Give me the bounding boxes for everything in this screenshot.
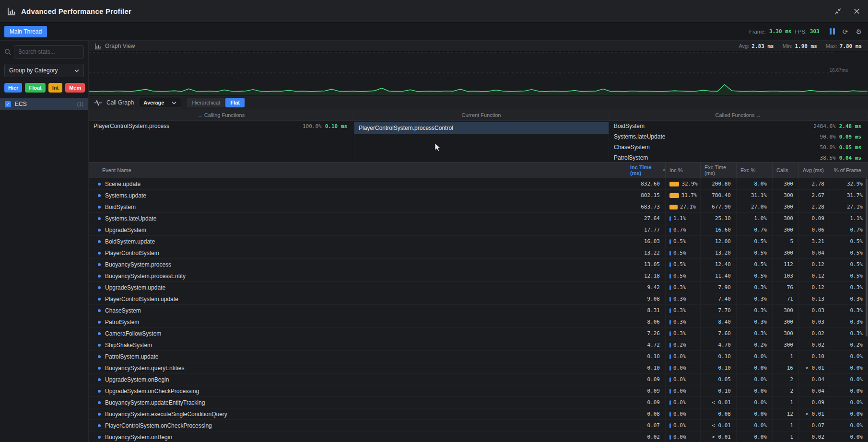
table-row[interactable]: ShipShakeSystem4.720.2%4.700.2%3000.020.…	[89, 339, 868, 351]
inc-percent-value: 0.0%	[673, 411, 686, 417]
filter-chip-hier[interactable]: Hier	[4, 83, 22, 93]
column-header-avg-ms-[interactable]: Avg (ms)	[798, 163, 830, 178]
aggregation-dropdown[interactable]: Average	[139, 98, 181, 107]
table-row[interactable]: Systems.update802.1531.7%780.4031.1%3002…	[89, 190, 868, 201]
column-header-exc-time-ms-[interactable]: Exc Time (ms)	[700, 163, 736, 178]
event-dot-icon	[98, 367, 101, 370]
table-row[interactable]: BuoyancySystem.queryEntities0.100.0%0.10…	[89, 362, 868, 374]
calls-cell: 2	[772, 374, 798, 385]
checkbox-checked-icon[interactable]: ✓	[5, 101, 11, 107]
table-row[interactable]: BuoyancySystem.processEntity12.180.5%11.…	[89, 270, 868, 282]
inc-percent-cell: 0.3%	[665, 328, 700, 339]
table-row[interactable]: PatrolSystem.update0.100.0%0.100.0%10.10…	[89, 351, 868, 362]
inc-percent-bar	[669, 205, 678, 209]
table-row[interactable]: PlayerControlSystem.update9.080.3%7.400.…	[89, 293, 868, 305]
column-header--of-frame[interactable]: % of Frame	[830, 163, 868, 178]
table-row[interactable]: UpgradeSystem.onBegin0.090.0%0.050.0%20.…	[89, 374, 868, 385]
table-row[interactable]: UpgradeSystem17.770.7%16.600.7%3000.060.…	[89, 224, 868, 236]
main-thread-tab[interactable]: Main Thread	[4, 26, 47, 37]
inc-time-cell: 802.15	[626, 190, 665, 201]
event-dot-icon	[98, 286, 101, 289]
category-row-ecs[interactable]: ✓ECS(1)	[0, 98, 88, 110]
frame-percent-cell: 0.3%	[830, 328, 868, 339]
inc-percent-value: 0.0%	[673, 353, 686, 360]
frame-percent-cell: 0.0%	[830, 362, 868, 373]
called-function-row[interactable]: PatrolSystem38.5%0.04 ms	[609, 152, 868, 162]
column-header-inc-time-ms-[interactable]: Inc Time (ms)˅	[626, 163, 665, 178]
inc-percent-value: 0.5%	[673, 250, 686, 256]
table-row[interactable]: UpgradeSystem.update9.420.3%7.900.3%760.…	[89, 282, 868, 293]
calls-cell: 103	[772, 270, 798, 281]
current-function[interactable]: PlayerControlSystem.processControl	[354, 122, 609, 134]
table-row[interactable]: CameraFollowSystem7.260.3%7.600.3%3000.0…	[89, 328, 868, 339]
frame-percent-cell: 32.9%	[830, 178, 868, 189]
filter-chip-int[interactable]: Int	[48, 83, 62, 93]
avg-cell: 0.12	[798, 282, 830, 293]
calls-cell: 300	[772, 339, 798, 350]
table-row[interactable]: PlayerControlSystem13.220.5%13.200.5%300…	[89, 247, 868, 259]
table-row[interactable]: Scene.update832.6032.9%200.808.0%3002.78…	[89, 178, 868, 190]
inc-percent-cell: 0.0%	[665, 351, 700, 362]
inc-percent-cell: 0.0%	[665, 408, 700, 419]
called-function-row[interactable]: Systems.lateUpdate90.0%0.09 ms	[609, 131, 868, 142]
function-time: 0.05 ms	[839, 144, 861, 151]
function-percent: 38.5%	[820, 155, 836, 161]
frame-percent-cell: 0.0%	[830, 374, 868, 385]
function-time: 2.48 ms	[839, 123, 861, 129]
inc-percent-cell: 0.7%	[665, 224, 700, 235]
refresh-icon[interactable]: ⟳	[843, 28, 848, 35]
table-row[interactable]: BoidSystem.update16.030.5%12.000.5%53.21…	[89, 236, 868, 247]
restore-down-icon[interactable]	[834, 8, 842, 15]
view-button-flat[interactable]: Flat	[225, 98, 245, 107]
inc-percent-value: 0.0%	[673, 388, 686, 394]
table-row[interactable]: BuoyancySystem.executeSingleConditionQue…	[89, 408, 868, 420]
close-icon[interactable]	[853, 8, 860, 15]
filter-chip-mem[interactable]: Mem	[65, 83, 85, 93]
exc-percent-cell: 0.0%	[736, 351, 772, 362]
scrollbar-thumb[interactable]	[866, 178, 868, 337]
event-dot-icon	[98, 344, 101, 347]
table-row[interactable]: BuoyancySystem.process13.050.5%12.400.5%…	[89, 259, 868, 270]
avg-cell: 0.03	[798, 316, 830, 327]
exc-percent-cell: 0.3%	[736, 282, 772, 293]
column-header-calls[interactable]: Calls	[772, 163, 798, 178]
inc-percent-cell: 1.1%	[665, 213, 700, 224]
avg-cell: 0.06	[798, 224, 830, 235]
view-button-hierarchical[interactable]: Hierarchical	[187, 98, 224, 107]
column-header-event-name[interactable]: Event Name	[89, 163, 626, 178]
gear-icon[interactable]: ⚙	[856, 28, 862, 35]
inc-percent-cell: 0.5%	[665, 259, 700, 270]
frame-time-graph[interactable]: 16.67ms	[89, 52, 868, 96]
event-dot-icon	[98, 390, 101, 393]
sidebar: Group by Category HierFloatIntMem ✓ECS(1…	[0, 41, 89, 442]
column-header-exc-[interactable]: Exc %	[736, 163, 772, 178]
table-row[interactable]: BoidSystem683.7327.1%677.9027.0%3002.282…	[89, 201, 868, 213]
inc-percent-value: 0.5%	[673, 238, 686, 244]
event-name: BuoyancySystem.executeSingleConditionQue…	[105, 411, 227, 418]
function-name: Systems.lateUpdate	[614, 133, 820, 140]
event-name: UpgradeSystem	[105, 227, 146, 233]
search-input[interactable]	[14, 45, 84, 58]
exc-time-cell: 4.70	[700, 339, 736, 350]
group-by-dropdown[interactable]: Group by Category	[4, 64, 84, 77]
filter-chip-float[interactable]: Float	[25, 83, 45, 93]
table-row[interactable]: BuoyancySystem.onBegin0.020.0%< 0.010.0%…	[89, 431, 868, 442]
table-row[interactable]: Systems.lateUpdate27.641.1%25.101.0%3000…	[89, 213, 868, 224]
group-by-value: Group by Category	[9, 67, 58, 74]
inc-percent-value: 0.3%	[673, 330, 686, 337]
table-row[interactable]: UpgradeSystem.onCheckProcessing0.090.0%0…	[89, 385, 868, 397]
avg-cell: < 0.01	[798, 362, 830, 373]
called-function-row[interactable]: BoidSystem2484.6%2.48 ms	[609, 121, 868, 131]
table-row[interactable]: PatrolSystem8.060.3%8.400.3%3000.030.3%	[89, 316, 868, 328]
table-row[interactable]: BuoyancySystem.updateEntityTracking0.090…	[89, 397, 868, 408]
pause-icon[interactable]	[830, 28, 835, 35]
column-header-inc-[interactable]: Inc %	[665, 163, 700, 178]
table-row[interactable]: ChaseSystem8.310.3%7.700.3%3000.030.3%	[89, 305, 868, 316]
thread-bar: Main Thread Frame: 3.30 ms FPS: 303 ⟳ ⚙	[0, 23, 868, 41]
graph-stats: Avg:2.83 msMin:1.90 msMax:7.80 ms	[739, 43, 862, 49]
table-row[interactable]: PlayerControlSystem.onCheckProcessing0.0…	[89, 420, 868, 431]
called-function-row[interactable]: ChaseSystem50.0%0.05 ms	[609, 142, 868, 152]
inc-percent-bar	[669, 274, 671, 279]
inc-time-cell: 8.31	[626, 305, 665, 316]
calling-function-row[interactable]: PlayerControlSystem.process100.0%0.10 ms	[89, 121, 354, 131]
